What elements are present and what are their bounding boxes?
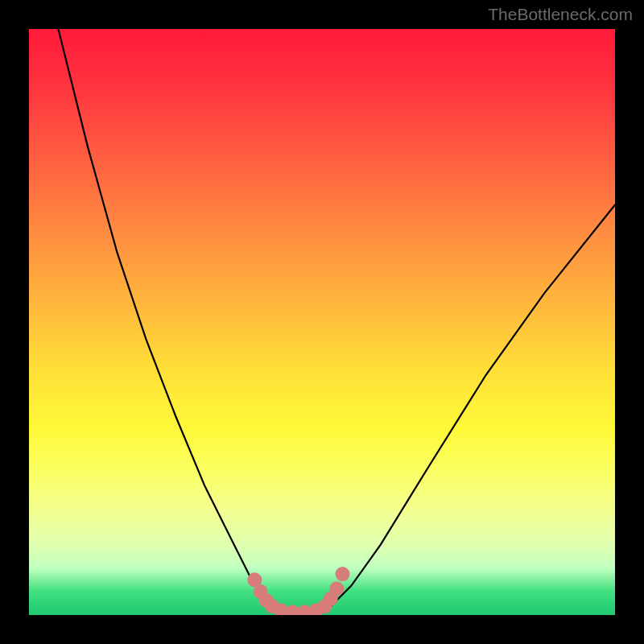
marker-point — [335, 567, 349, 581]
curve-layer — [58, 29, 615, 615]
marker-layer — [247, 567, 349, 615]
chart-svg — [29, 29, 615, 615]
watermark-text: TheBottleneck.com — [488, 5, 633, 24]
marker-point — [329, 581, 344, 596]
curve-right-curve — [328, 204, 615, 609]
plot-area — [29, 29, 615, 615]
curve-left-curve — [58, 29, 275, 609]
